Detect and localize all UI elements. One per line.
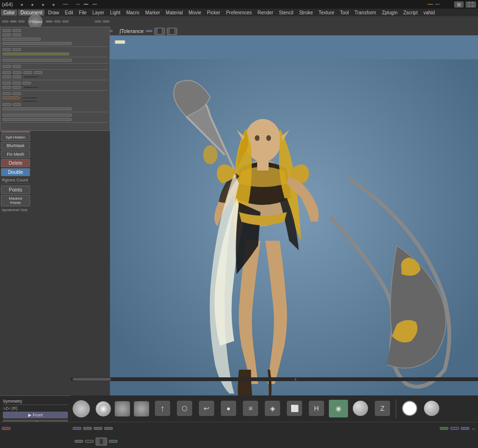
- lazy-step2-btn[interactable]: [94, 427, 102, 430]
- polish-features-btn[interactable]: [75, 440, 83, 443]
- sk-clayfill-icon[interactable]: [134, 401, 149, 416]
- tool-matcap-gray1[interactable]: [351, 400, 370, 417]
- quicksave-button[interactable]: [63, 4, 68, 5]
- lazy-radius-btn[interactable]: [104, 427, 113, 430]
- append-btn[interactable]: [440, 427, 448, 430]
- topological-btn[interactable]: [103, 21, 109, 22]
- close-holes-btn[interactable]: [85, 440, 94, 443]
- uncrease-all-btn[interactable]: [146, 30, 152, 32]
- tool-flat-color[interactable]: [400, 400, 419, 417]
- menu-color[interactable]: Color: [1, 10, 17, 16]
- clear-bottom-btn[interactable]: [2, 427, 11, 430]
- masked-points-btn[interactable]: Masked Points: [1, 195, 30, 206]
- zapplink-btn[interactable]: [2, 38, 41, 41]
- menu-movie[interactable]: Movie: [186, 10, 204, 16]
- tool-claybuildup[interactable]: ●: [219, 400, 238, 417]
- in-btn[interactable]: [2, 75, 11, 78]
- lazy-step1-btn[interactable]: [83, 427, 92, 430]
- menu-stroke[interactable]: Stroke: [297, 10, 315, 16]
- zoom-doc-btn[interactable]: [13, 71, 22, 74]
- rgb-btn[interactable]: [10, 21, 17, 22]
- tool-matcap-gray2[interactable]: [422, 400, 441, 417]
- menu-edit[interactable]: Edit: [63, 10, 76, 16]
- front-btn[interactable]: ▶ Front: [3, 412, 68, 418]
- curve-multi-tube-icon[interactable]: [73, 400, 90, 417]
- pro-btn[interactable]: [2, 96, 20, 99]
- range-doc-btn[interactable]: [2, 86, 11, 89]
- double-left-btn[interactable]: Double: [1, 168, 30, 176]
- viewport-scrollbar-h[interactable]: ⬇: [71, 377, 478, 381]
- border-btn[interactable]: [12, 82, 21, 85]
- seethrough-val[interactable]: [76, 4, 80, 5]
- delete-depth-btn[interactable]: [2, 118, 72, 121]
- lightbox-docs-btn[interactable]: [2, 42, 72, 45]
- menu-preferences[interactable]: Preferences: [224, 10, 254, 16]
- width-doc-val[interactable]: [22, 97, 37, 98]
- menu-draw[interactable]: Draw: [45, 10, 61, 16]
- mirror-weld-btn[interactable]: [461, 427, 469, 430]
- import-btn[interactable]: [2, 48, 11, 51]
- tool-zmodeler[interactable]: Z: [373, 400, 392, 417]
- tool-skinshaded[interactable]: ◉: [329, 400, 348, 417]
- menu-macro[interactable]: Macro: [124, 10, 142, 16]
- wsize-btn[interactable]: [12, 65, 21, 68]
- split-hidden-btn[interactable]: Splt Hidden: [1, 134, 30, 141]
- out-btn[interactable]: [12, 75, 21, 78]
- tool-hpo[interactable]: H: [307, 400, 326, 417]
- menu-texture[interactable]: Texture: [316, 10, 337, 16]
- grease-val[interactable]: [435, 4, 440, 5]
- tool-pinch[interactable]: ◈: [263, 400, 282, 417]
- menu-tool[interactable]: Tool: [337, 10, 351, 16]
- zadd-btn[interactable]: [46, 21, 53, 22]
- new-doc-btn[interactable]: [2, 65, 11, 68]
- points-btn[interactable]: Points: [1, 186, 30, 194]
- menu-marker[interactable]: Marker: [143, 10, 163, 16]
- menu-picker[interactable]: Picker: [205, 10, 223, 16]
- regions-count-val[interactable]: [1, 183, 30, 185]
- tool-trimdynamic[interactable]: ⬜: [285, 400, 304, 417]
- roll-dist-btn[interactable]: [96, 437, 107, 446]
- aahalf-btn[interactable]: [34, 71, 43, 74]
- save-btn[interactable]: [12, 29, 21, 32]
- double-btn[interactable]: [12, 92, 21, 95]
- win-icon[interactable]: ⊞: [454, 1, 464, 8]
- sk-carve-icon[interactable]: [115, 401, 130, 416]
- grease-pg-btn[interactable]: [95, 21, 101, 22]
- menu-layer[interactable]: Layer: [90, 10, 107, 16]
- tool-move[interactable]: ↑: [153, 400, 172, 417]
- menu-light[interactable]: Light: [108, 10, 123, 16]
- group-masked-btn[interactable]: [2, 107, 72, 110]
- store-mt-btn[interactable]: [109, 440, 118, 443]
- height-doc-val[interactable]: [23, 101, 37, 102]
- save-startup-btn[interactable]: [2, 59, 72, 62]
- blur-mask-btn2[interactable]: BlurMask: [1, 142, 30, 149]
- menu-file[interactable]: File: [76, 10, 89, 16]
- export-screen-grab-btn[interactable]: [2, 53, 69, 55]
- menu-material[interactable]: Material: [163, 10, 185, 16]
- delete-btn[interactable]: Delete: [1, 159, 30, 167]
- menu-stencil[interactable]: Stencil: [277, 10, 296, 16]
- tool-topologz[interactable]: ⬡: [175, 400, 194, 417]
- lazy-mouse-btn[interactable]: [73, 427, 81, 430]
- zcut-btn[interactable]: [62, 21, 69, 22]
- loop-btn[interactable]: [2, 103, 11, 106]
- range-btn[interactable]: [154, 28, 165, 35]
- menu-zplugin[interactable]: Zplugin: [380, 10, 400, 16]
- so-hard-paint-icon[interactable]: [96, 401, 111, 416]
- resize-btn[interactable]: [12, 103, 21, 106]
- rate-doc-val[interactable]: [24, 87, 38, 88]
- back-btn[interactable]: [2, 82, 11, 85]
- actual-btn[interactable]: [23, 71, 32, 74]
- border2-btn[interactable]: [22, 82, 31, 85]
- revert-btn[interactable]: [2, 33, 11, 36]
- smooth-btn[interactable]: [167, 28, 177, 35]
- center-btn[interactable]: [12, 86, 21, 89]
- store-depth-btn[interactable]: [2, 114, 72, 117]
- export-btn[interactable]: [12, 48, 21, 51]
- tool-claytubes[interactable]: ≡: [241, 400, 260, 417]
- menus-button[interactable]: [84, 4, 88, 5]
- menu-vahid[interactable]: vahid: [421, 10, 437, 16]
- mirror-btn[interactable]: [450, 427, 459, 430]
- fullscreen-icon[interactable]: ⛶: [466, 1, 476, 8]
- tool-snakehook[interactable]: ↩: [197, 400, 216, 417]
